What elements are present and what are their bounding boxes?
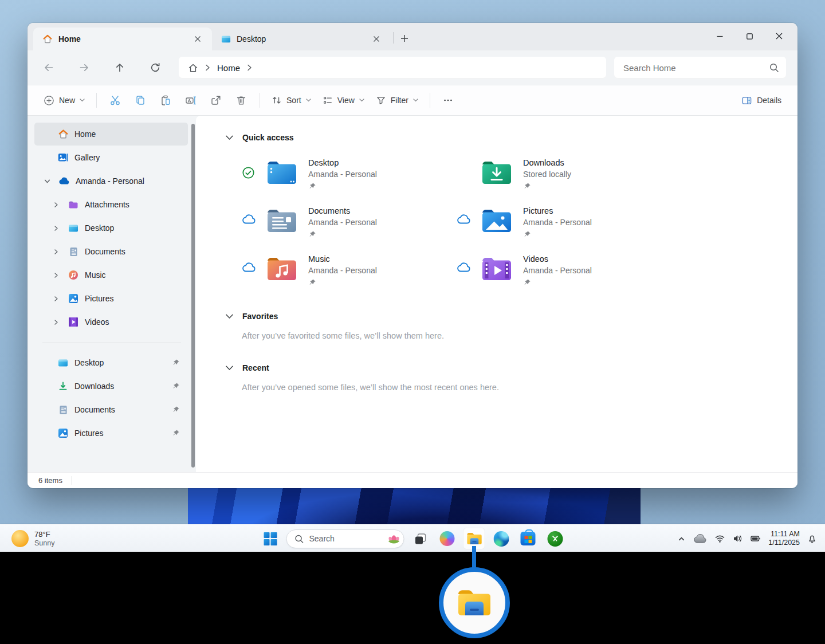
chevron-down-icon — [413, 99, 418, 102]
sidebar-item-pictures-pinned[interactable]: Pictures — [34, 422, 188, 445]
task-view-icon — [413, 532, 427, 546]
new-tab-button[interactable] — [396, 30, 413, 47]
sidebar-item-desktop[interactable]: Desktop — [34, 217, 188, 239]
item-subtitle: Amanda - Personal — [523, 265, 592, 277]
sidebar-label: Pictures — [85, 294, 114, 303]
quick-access-item-downloads[interactable]: Downloads Stored locally — [457, 157, 671, 193]
sidebar-item-desktop-pinned[interactable]: Desktop — [34, 351, 188, 374]
item-subtitle: Amanda - Personal — [308, 168, 377, 180]
sidebar-item-music[interactable]: Music — [34, 264, 188, 286]
rename-button[interactable] — [178, 89, 203, 111]
file-explorer-callout — [439, 567, 510, 638]
close-button[interactable] — [764, 23, 794, 49]
minimize-button[interactable] — [705, 23, 734, 49]
chevron-down-icon[interactable] — [41, 178, 53, 184]
chevron-right-icon[interactable] — [50, 296, 62, 302]
quick-access-item-pictures[interactable]: Pictures Amanda - Personal — [457, 205, 671, 241]
chevron-right-icon[interactable] — [50, 249, 62, 255]
chevron-right-icon[interactable] — [50, 225, 62, 231]
copilot-button[interactable] — [437, 528, 458, 549]
sidebar-item-pictures[interactable]: Pictures — [34, 287, 188, 310]
task-view-button[interactable] — [410, 528, 431, 549]
back-button[interactable] — [37, 57, 61, 78]
tab-home[interactable]: Home — [33, 28, 212, 50]
chevron-right-icon[interactable] — [50, 272, 62, 278]
search-box[interactable] — [614, 57, 786, 78]
more-options-button[interactable] — [436, 89, 460, 111]
sidebar-item-documents-pinned[interactable]: Documents — [34, 398, 188, 421]
breadcrumb-chevron-icon[interactable] — [247, 64, 252, 71]
sidebar-item-documents[interactable]: Documents — [34, 240, 188, 263]
section-title: Recent — [242, 363, 269, 372]
filter-button[interactable]: Filter — [370, 89, 424, 111]
battery-icon[interactable] — [751, 534, 761, 543]
details-panel-icon — [741, 95, 752, 106]
taskbar-search[interactable]: Search — [286, 529, 404, 548]
chevron-right-icon[interactable] — [50, 202, 62, 208]
toolbar-divider — [430, 93, 430, 108]
item-title: Documents — [308, 205, 377, 217]
sync-complete-icon — [242, 166, 257, 179]
forward-button[interactable] — [72, 57, 96, 78]
clock-date: 1/11/2025 — [768, 539, 800, 547]
search-input[interactable] — [623, 63, 769, 73]
breadcrumb-home-icon[interactable] — [188, 63, 198, 73]
store-button[interactable] — [517, 528, 539, 549]
sidebar-item-gallery[interactable]: Gallery — [34, 146, 188, 169]
tab-close-icon[interactable] — [369, 32, 384, 46]
edge-button[interactable] — [490, 528, 512, 549]
share-button[interactable] — [203, 89, 229, 111]
item-subtitle: Amanda - Personal — [308, 217, 377, 229]
sidebar-item-downloads-pinned[interactable]: Downloads — [34, 375, 188, 398]
up-button[interactable] — [108, 57, 132, 78]
sidebar-item-home[interactable]: Home — [34, 123, 188, 146]
tab-close-icon[interactable] — [190, 32, 205, 46]
copilot-icon — [440, 531, 455, 546]
quick-access-item-desktop[interactable]: Desktop Amanda - Personal — [242, 157, 457, 193]
weather-widget[interactable]: 78°F Sunny — [7, 525, 59, 552]
search-icon[interactable] — [769, 62, 779, 73]
taskbar-clock[interactable]: 11:11 AM 1/11/2025 — [768, 530, 800, 547]
content-pane: Quick access Desktop Amanda - Personal — [196, 116, 798, 472]
cut-button[interactable] — [103, 89, 128, 111]
breadcrumb-segment[interactable]: Home — [217, 63, 240, 73]
breadcrumb-chevron-icon — [205, 64, 210, 71]
quick-access-item-videos[interactable]: Videos Amanda - Personal — [457, 253, 671, 289]
navigation-pane: Home Gallery Amanda - Personal At — [28, 116, 196, 472]
sidebar-item-videos[interactable]: Videos — [34, 311, 188, 333]
delete-button[interactable] — [229, 89, 254, 111]
new-button[interactable]: New — [38, 89, 91, 111]
quick-access-header[interactable]: Quick access — [226, 133, 775, 142]
view-button[interactable]: View — [317, 89, 370, 111]
copy-button[interactable] — [128, 89, 153, 111]
details-button[interactable]: Details — [736, 89, 787, 111]
volume-icon[interactable] — [733, 534, 743, 543]
recent-header[interactable]: Recent — [226, 363, 775, 372]
breadcrumb[interactable]: Home — [179, 57, 606, 78]
chevron-right-icon[interactable] — [50, 319, 62, 325]
xbox-button[interactable] — [544, 528, 566, 549]
tab-desktop[interactable]: Desktop — [212, 28, 391, 50]
folder-icon — [68, 201, 79, 209]
sidebar-scrollbar[interactable] — [191, 124, 195, 468]
sidebar-item-attachments[interactable]: Attachments — [34, 193, 188, 216]
start-button[interactable] — [260, 528, 281, 549]
hidden-icons-chevron-icon[interactable] — [677, 535, 686, 543]
favorites-header[interactable]: Favorites — [226, 312, 775, 321]
sidebar-item-onedrive[interactable]: Amanda - Personal — [34, 170, 188, 193]
home-icon — [42, 34, 53, 44]
refresh-button[interactable] — [143, 57, 167, 78]
quick-access-item-music[interactable]: Music Amanda - Personal — [242, 253, 457, 289]
pin-icon — [308, 230, 316, 238]
onedrive-tray-icon[interactable] — [693, 534, 707, 543]
wifi-icon[interactable] — [714, 534, 725, 543]
quick-access-item-documents[interactable]: Documents Amanda - Personal — [242, 205, 457, 241]
paste-button[interactable] — [153, 89, 178, 111]
maximize-button[interactable] — [734, 23, 764, 49]
notification-bell-icon[interactable] — [807, 533, 817, 544]
recent-section: Recent After you’ve opened some files, w… — [226, 363, 775, 392]
item-title: Music — [308, 253, 377, 265]
system-tray: 11:11 AM 1/11/2025 — [674, 525, 820, 552]
sort-button[interactable]: Sort — [266, 89, 317, 111]
pin-icon — [172, 429, 180, 437]
